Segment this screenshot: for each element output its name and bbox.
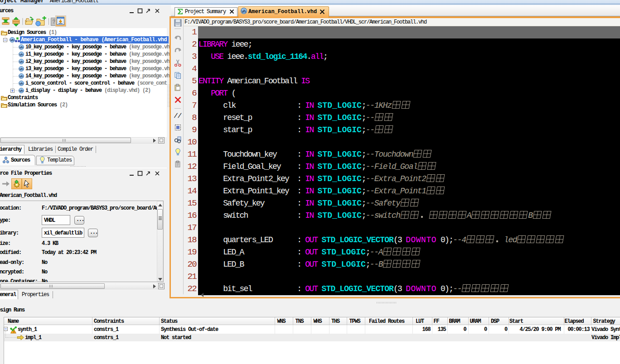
svg-text:vh: vh: [19, 45, 24, 49]
svg-text:vh: vh: [19, 74, 24, 78]
svg-text:vh: vh: [19, 89, 24, 93]
svg-text:vh: vh: [10, 38, 15, 42]
svg-text:vh: vh: [19, 81, 24, 86]
svg-text:vh: vh: [19, 67, 24, 71]
svg-text:vh: vh: [242, 9, 246, 14]
svg-text:vh: vh: [19, 60, 24, 64]
svg-text:vh: vh: [19, 53, 24, 57]
